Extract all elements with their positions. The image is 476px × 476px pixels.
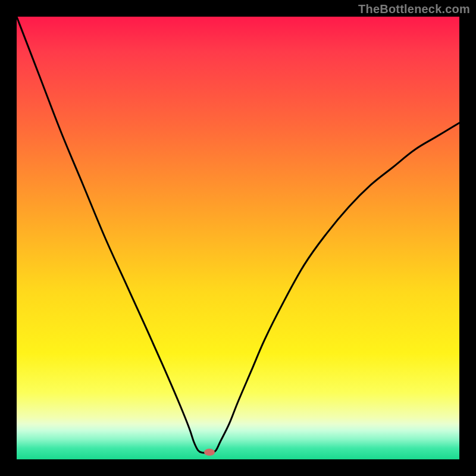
- bottleneck-curve: [17, 17, 459, 459]
- plot-area: [17, 17, 459, 459]
- outer-frame: TheBottleneck.com: [0, 0, 476, 476]
- attribution-text: TheBottleneck.com: [358, 2, 470, 16]
- optimum-marker: [204, 449, 215, 456]
